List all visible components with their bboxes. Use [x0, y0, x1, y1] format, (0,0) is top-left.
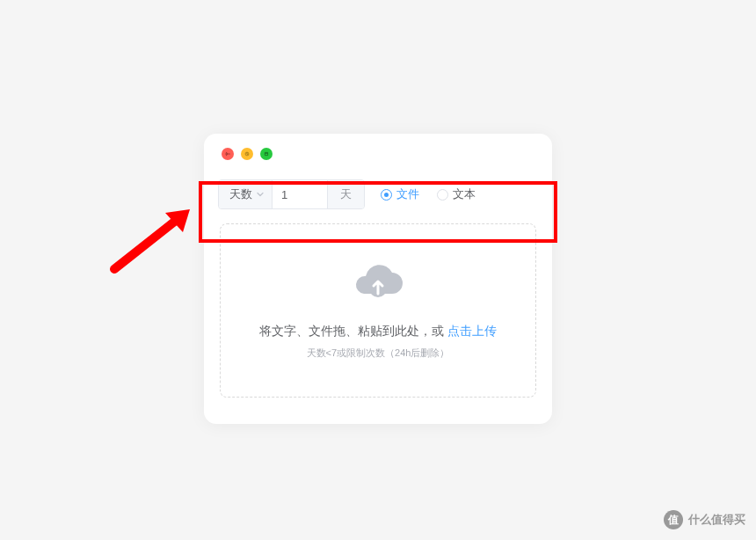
radio-file[interactable]: 文件 — [381, 186, 419, 202]
controls-row: 天数 天 文件 文本 — [218, 176, 540, 213]
radio-text[interactable]: 文本 — [437, 186, 476, 202]
upload-card: 天数 天 文件 文本 将文字、文件拖、粘贴到此处， — [204, 134, 552, 424]
radio-file-label: 文件 — [396, 186, 419, 202]
watermark-badge: 值 — [664, 510, 683, 529]
chevron-down-icon — [256, 190, 265, 199]
upload-cloud-icon — [350, 262, 406, 308]
window-maximize-button[interactable] — [260, 148, 273, 160]
radio-dot-icon — [437, 189, 448, 201]
watermark-text: 什么值得买 — [688, 512, 745, 528]
radio-dot-icon — [381, 189, 392, 201]
annotation-arrow-icon — [104, 201, 200, 283]
type-radio-group: 文件 文本 — [381, 186, 476, 202]
watermark: 值 什么值得买 — [664, 510, 745, 529]
dropzone-prefix: 将文字、文件拖、粘贴到此处，或 — [259, 324, 447, 338]
select-label: 天数 — [229, 186, 252, 202]
window-minimize-button[interactable] — [241, 148, 253, 160]
window-close-button[interactable] — [222, 148, 234, 160]
radio-text-label: 文本 — [453, 186, 476, 202]
dropzone-text: 将文字、文件拖、粘贴到此处，或 点击上传 — [259, 324, 497, 339]
upload-dropzone[interactable]: 将文字、文件拖、粘贴到此处，或 点击上传 天数<7或限制次数（24h后删除） — [220, 223, 536, 398]
window-titlebar — [204, 134, 552, 169]
dropzone-subtext: 天数<7或限制次数（24h后删除） — [307, 347, 450, 360]
days-value-input[interactable] — [273, 180, 327, 208]
days-suffix: 天 — [327, 180, 364, 208]
upload-link[interactable]: 点击上传 — [447, 324, 497, 338]
days-input-group: 天数 天 — [218, 179, 365, 209]
days-type-select[interactable]: 天数 — [219, 180, 273, 208]
